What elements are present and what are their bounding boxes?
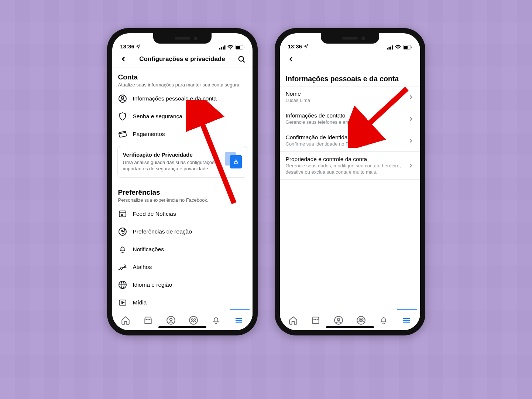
section-account-subtitle: Atualize suas informações para manter su… (118, 82, 247, 88)
card-icon (118, 130, 127, 139)
setting-contact[interactable]: Informações de contato Gerencie seus tel… (280, 108, 420, 130)
svg-line-8 (243, 60, 244, 62)
row-feed[interactable]: Feed de Notícias (112, 205, 253, 223)
back-button[interactable] (286, 54, 296, 64)
active-tab-indicator (230, 309, 250, 310)
cellular-signal-icon (387, 45, 393, 50)
svg-rect-1 (221, 47, 222, 50)
svg-rect-38 (392, 45, 393, 50)
row-password-security-label: Senha e segurança (133, 113, 182, 120)
store-icon (143, 316, 153, 325)
hamburger-icon (402, 316, 411, 325)
setting-ownership[interactable]: Propriedade e controle da conta Gerencie… (280, 151, 420, 180)
privacy-card-title: Verificação de Privacidade (123, 151, 220, 158)
setting-name[interactable]: Nome Lucas Lima (280, 86, 420, 108)
setting-identity-title: Confirmação de identidade (286, 134, 404, 141)
privacy-lock-illustration (225, 151, 242, 168)
row-reactions[interactable]: Preferências de reação (112, 223, 253, 241)
row-language-label: Idioma e região (133, 282, 172, 288)
setting-contact-sub: Gerencie seus telefones e emails (286, 119, 404, 126)
svg-rect-6 (244, 47, 244, 48)
privacy-card-desc: Uma análise guiada das suas configuraçõe… (123, 159, 220, 172)
row-language[interactable]: Idioma e região (112, 276, 253, 294)
search-button[interactable] (236, 54, 247, 64)
newspaper-icon (118, 209, 127, 218)
content-scroll[interactable]: Conta Atualize suas informações para man… (112, 68, 253, 309)
home-indicator[interactable] (158, 326, 206, 328)
section-prefs-header: Preferências Personalize sua experiência… (112, 183, 253, 205)
row-notifications[interactable]: Notificações (112, 241, 253, 258)
person-circle-icon (118, 94, 127, 103)
chevron-right-icon (408, 162, 414, 169)
setting-ownership-sub: Gerencie seus dados, modifique seu conta… (286, 163, 404, 175)
phone-left: 13:36 Configurações e privacidade (107, 28, 258, 335)
svg-point-10 (121, 96, 123, 99)
tab-home[interactable] (286, 313, 301, 328)
tab-home[interactable] (118, 313, 133, 328)
wifi-icon (395, 45, 401, 50)
profile-icon (334, 316, 343, 325)
groups-icon (189, 316, 198, 325)
svg-point-29 (194, 318, 195, 320)
row-feed-label: Feed de Notícias (133, 211, 176, 217)
row-payments-label: Pagamentos (133, 131, 165, 137)
content-scroll[interactable]: Informações pessoais e da conta Nome Luc… (280, 68, 420, 309)
section-account-header: Conta Atualize suas informações para man… (112, 68, 253, 90)
setting-identity[interactable]: Confirmação de identidade Confirme sua i… (280, 130, 420, 151)
privacy-check-card[interactable]: Verificação de Privacidade Uma análise g… (117, 146, 247, 178)
profile-icon (166, 316, 176, 325)
svg-point-28 (192, 318, 193, 320)
notch (153, 33, 212, 44)
row-password-security[interactable]: Senha e segurança (112, 108, 253, 125)
row-reactions-label: Preferências de reação (133, 228, 192, 235)
store-icon (311, 316, 320, 325)
svg-rect-36 (388, 47, 389, 50)
svg-point-27 (189, 316, 198, 324)
battery-icon (235, 45, 244, 50)
tab-marketplace[interactable] (141, 313, 155, 328)
tab-groups[interactable] (186, 313, 201, 328)
row-shortcuts[interactable]: Atalhos (112, 258, 253, 276)
tab-notifications[interactable] (376, 313, 391, 328)
svg-point-25 (167, 316, 175, 324)
wifi-icon (227, 45, 233, 50)
svg-rect-5 (236, 46, 240, 49)
globe-icon (118, 280, 127, 289)
home-indicator[interactable] (326, 326, 374, 328)
row-payments[interactable]: Pagamentos (112, 125, 253, 143)
tab-notifications[interactable] (209, 313, 223, 328)
chevron-right-icon (408, 94, 414, 100)
tab-marketplace[interactable] (308, 313, 323, 328)
row-personal-info[interactable]: Informações pessoais e da conta (112, 90, 253, 108)
row-media[interactable]: Mídia (112, 294, 253, 308)
hamburger-icon (234, 316, 243, 325)
battery-icon (403, 45, 412, 50)
search-icon (237, 55, 246, 63)
home-icon (121, 316, 130, 325)
svg-marker-24 (122, 301, 124, 304)
tab-profile[interactable] (164, 313, 178, 328)
nav-header: Configurações e privacidade (112, 50, 253, 68)
tab-profile[interactable] (331, 313, 346, 328)
back-button[interactable] (118, 54, 128, 64)
bell-outline-icon (211, 316, 221, 325)
page-title: Informações pessoais e da conta (280, 68, 420, 86)
row-media-label: Mídia (133, 299, 147, 306)
phone-right: 13:36 Informações pessoais e da conta (275, 28, 425, 335)
row-personal-info-label: Informações pessoais e da conta (133, 95, 217, 102)
setting-identity-sub: Confirme sua identidade no Facebook (286, 141, 404, 147)
tab-groups[interactable] (354, 313, 368, 328)
svg-rect-2 (223, 47, 224, 50)
tab-menu[interactable] (231, 313, 246, 328)
active-tab-indicator (397, 309, 417, 310)
svg-rect-40 (404, 46, 408, 49)
chevron-left-icon (287, 55, 295, 63)
svg-point-43 (337, 318, 340, 321)
cellular-signal-icon (219, 45, 226, 50)
section-account-title: Conta (118, 73, 247, 81)
shield-icon (118, 112, 127, 121)
row-notifications-label: Notificações (133, 246, 164, 253)
bell-outline-icon (379, 316, 388, 325)
tab-menu[interactable] (399, 313, 414, 328)
svg-rect-37 (390, 47, 391, 50)
